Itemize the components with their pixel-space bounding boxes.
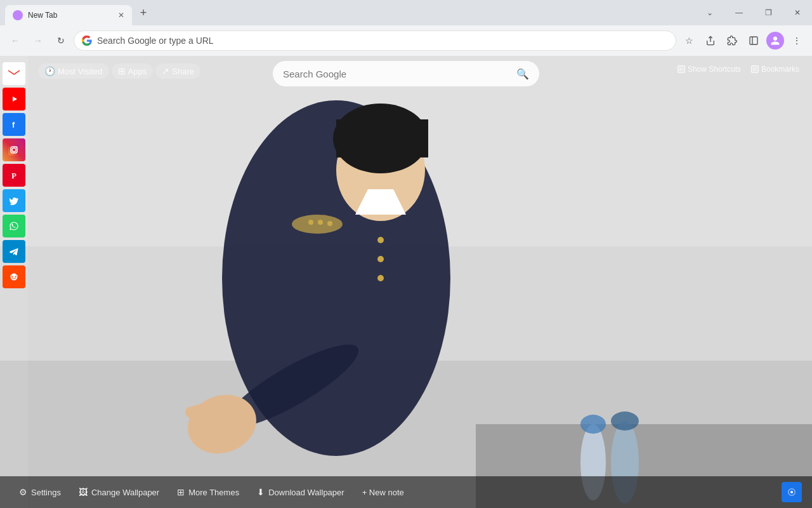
close-button[interactable]: ✕: [783, 0, 812, 25]
share-button[interactable]: ↗ Share: [155, 64, 200, 79]
bookmarks-label: Bookmarks: [761, 65, 799, 74]
forward-button[interactable]: →: [28, 30, 48, 51]
sidebar-item-pinterest[interactable]: P: [3, 164, 25, 187]
apps-label: Apps: [128, 67, 147, 76]
toolbar: ← → ↻ Search Google or type a URL ☆: [0, 25, 812, 56]
bottom-right: [782, 482, 802, 502]
sidebar-item-whatsapp[interactable]: [3, 215, 25, 237]
sidebar-item-instagram[interactable]: [3, 138, 25, 161]
tab-favicon: [13, 10, 23, 20]
address-bar[interactable]: Search Google or type a URL: [74, 30, 676, 51]
share-icon: ↗: [162, 66, 169, 76]
svg-rect-29: [8, 144, 20, 156]
browser-frame: New Tab ✕ + ⌄ — ❐ ✕ ← → ↻ Search Google …: [0, 0, 812, 508]
sidebar-item-facebook[interactable]: f: [3, 113, 25, 136]
svg-rect-14: [336, 119, 428, 157]
sidebar-item-youtube[interactable]: [3, 88, 25, 110]
more-themes-icon: ⊞: [177, 487, 185, 497]
search-container: 🔍: [273, 61, 539, 86]
bookmark-star-button[interactable]: ☆: [679, 30, 699, 51]
extensions-button[interactable]: [722, 30, 742, 51]
back-button[interactable]: ←: [5, 30, 25, 51]
settings-button[interactable]: ⚙ Settings: [10, 483, 70, 501]
sidebar-item-gmail[interactable]: [3, 62, 25, 85]
bookmarks-check-box: ✓: [751, 65, 759, 73]
show-shortcuts-label: Show Shortcuts: [688, 65, 741, 74]
show-shortcuts-checkmark: ✓: [679, 67, 683, 72]
svg-point-20: [377, 275, 384, 281]
wallpaper-background: [0, 56, 812, 508]
show-shortcuts-checkbox[interactable]: ✓ Show Shortcuts: [678, 65, 741, 74]
page-content: f P 🕐 Most Visit: [0, 56, 812, 508]
share-label: Share: [172, 67, 194, 76]
address-text: Search Google or type a URL: [97, 36, 668, 46]
settings-icon: ⚙: [19, 487, 27, 497]
download-wallpaper-icon: ⬇: [257, 487, 265, 497]
search-input[interactable]: [283, 69, 511, 79]
svg-text:f: f: [12, 120, 15, 130]
title-bar: New Tab ✕ + ⌄ — ❐ ✕: [0, 0, 812, 25]
search-button[interactable]: 🔍: [516, 68, 529, 80]
apps-icon: ⊞: [118, 66, 126, 76]
download-wallpaper-label: Download Wallpaper: [268, 488, 344, 497]
active-tab[interactable]: New Tab ✕: [5, 5, 132, 25]
most-visited-button[interactable]: 🕐 Most Visited: [38, 64, 109, 79]
window-controls: ⌄ — ❐ ✕: [695, 0, 812, 25]
svg-text:P: P: [11, 171, 16, 180]
svg-point-8: [580, 415, 606, 434]
svg-point-45: [790, 491, 793, 493]
tab-strip: New Tab ✕ +: [0, 0, 152, 25]
settings-label: Settings: [31, 488, 61, 497]
sidebar: f P: [0, 56, 28, 508]
apps-button[interactable]: ⊞ Apps: [112, 64, 154, 79]
download-wallpaper-button[interactable]: ⬇ Download Wallpaper: [248, 483, 353, 501]
show-shortcuts-check-box: ✓: [678, 65, 685, 73]
profile-button[interactable]: [766, 32, 784, 50]
most-visited-icon: 🕐: [44, 66, 55, 76]
svg-point-43: [16, 275, 18, 277]
svg-rect-1: [750, 37, 757, 44]
svg-point-21: [292, 215, 343, 234]
svg-point-19: [377, 256, 384, 262]
new-note-button[interactable]: + New note: [353, 484, 413, 501]
tab-title: New Tab: [28, 11, 110, 20]
change-wallpaper-label: Change Wallpaper: [91, 488, 159, 497]
more-button[interactable]: ⋮: [787, 30, 807, 51]
top-right-nav: ✓ Show Shortcuts ✓ Bookmarks: [678, 65, 799, 74]
svg-point-32: [16, 147, 18, 148]
svg-point-23: [318, 220, 323, 225]
reload-button[interactable]: ↻: [51, 30, 71, 51]
svg-point-44: [10, 275, 12, 277]
bottom-bar: ⚙ Settings 🖼 Change Wallpaper ⊞ More The…: [0, 476, 812, 508]
sidebar-toggle-button[interactable]: [743, 30, 764, 51]
top-nav: 🕐 Most Visited ⊞ Apps ↗ Share: [38, 64, 200, 79]
sidebar-item-telegram[interactable]: [3, 240, 25, 263]
svg-point-24: [327, 221, 332, 226]
new-tab-button[interactable]: +: [134, 4, 152, 22]
svg-point-22: [308, 220, 313, 225]
maximize-button[interactable]: ❐: [754, 0, 783, 25]
google-logo: [82, 36, 92, 46]
more-themes-label: More Themes: [188, 488, 239, 497]
expand-button[interactable]: ⌄: [695, 0, 724, 25]
bookmarks-checkbox[interactable]: ✓ Bookmarks: [751, 65, 799, 74]
svg-point-10: [611, 411, 639, 431]
svg-point-18: [377, 237, 384, 243]
sidebar-item-twitter[interactable]: [3, 189, 25, 212]
customize-button[interactable]: [782, 482, 802, 502]
most-visited-label: Most Visited: [58, 67, 103, 76]
sidebar-item-reddit[interactable]: [3, 265, 25, 288]
change-wallpaper-icon: 🖼: [79, 487, 88, 497]
new-note-label: + New note: [362, 488, 404, 497]
bookmarks-checkmark: ✓: [752, 67, 757, 72]
more-themes-button[interactable]: ⊞ More Themes: [168, 483, 248, 501]
svg-point-42: [13, 274, 15, 276]
toolbar-right: ☆ ⋮: [679, 30, 807, 51]
share-button[interactable]: [700, 30, 721, 51]
change-wallpaper-button[interactable]: 🖼 Change Wallpaper: [70, 483, 168, 501]
minimize-button[interactable]: —: [724, 0, 754, 25]
search-bar: 🔍: [273, 61, 539, 86]
tab-close-button[interactable]: ✕: [115, 10, 127, 21]
